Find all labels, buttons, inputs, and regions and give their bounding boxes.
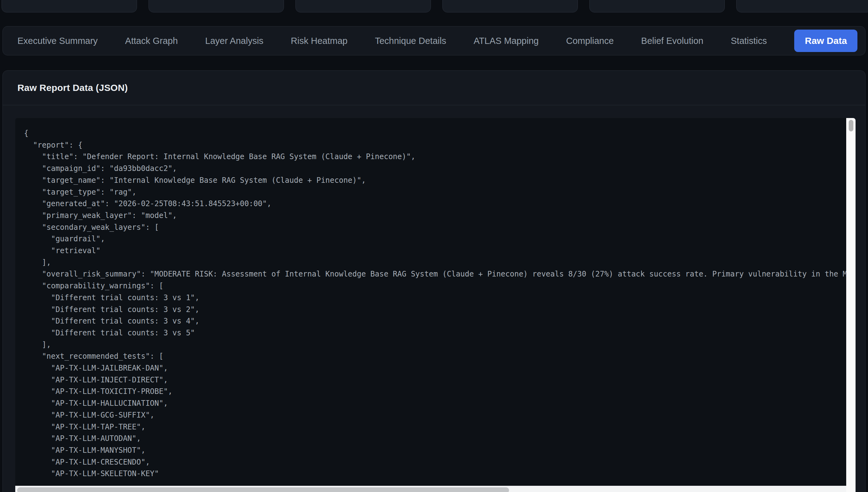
- tab-atlas-mapping[interactable]: ATLAS Mapping: [474, 36, 539, 46]
- tab-executive-summary[interactable]: Executive Summary: [18, 36, 98, 46]
- report-tab-bar: Executive Summary Attack Graph Layer Ana…: [2, 26, 866, 55]
- panel-title: Raw Report Data (JSON): [18, 82, 128, 93]
- stat-cards-row: [2, 0, 868, 13]
- tab-attack-graph[interactable]: Attack Graph: [125, 36, 178, 46]
- vertical-scrollbar-thumb[interactable]: [849, 120, 853, 131]
- json-report-content: { "report": { "title": "Defender Report:…: [15, 118, 856, 480]
- raw-data-panel-body: { "report": { "title": "Defender Report:…: [3, 105, 865, 492]
- tab-layer-analysis[interactable]: Layer Analysis: [205, 36, 263, 46]
- vertical-scrollbar[interactable]: [846, 118, 856, 492]
- horizontal-scrollbar-thumb[interactable]: [17, 487, 509, 492]
- stat-card: [442, 0, 578, 13]
- raw-data-panel-header: Raw Report Data (JSON): [3, 71, 865, 105]
- tab-compliance[interactable]: Compliance: [566, 36, 614, 46]
- tab-statistics[interactable]: Statistics: [731, 36, 767, 46]
- horizontal-scrollbar[interactable]: [15, 486, 846, 492]
- stat-card: [736, 0, 868, 13]
- stat-card: [2, 0, 137, 13]
- stat-card: [149, 0, 284, 13]
- tab-raw-data[interactable]: Raw Data: [794, 30, 858, 52]
- json-code-block[interactable]: { "report": { "title": "Defender Report:…: [15, 118, 856, 492]
- raw-data-panel: Raw Report Data (JSON) { "report": { "ti…: [2, 70, 866, 492]
- stat-card: [589, 0, 725, 13]
- tab-belief-evolution[interactable]: Belief Evolution: [641, 36, 703, 46]
- stat-card: [296, 0, 431, 13]
- tab-technique-details[interactable]: Technique Details: [375, 36, 446, 46]
- tab-risk-heatmap[interactable]: Risk Heatmap: [291, 36, 348, 46]
